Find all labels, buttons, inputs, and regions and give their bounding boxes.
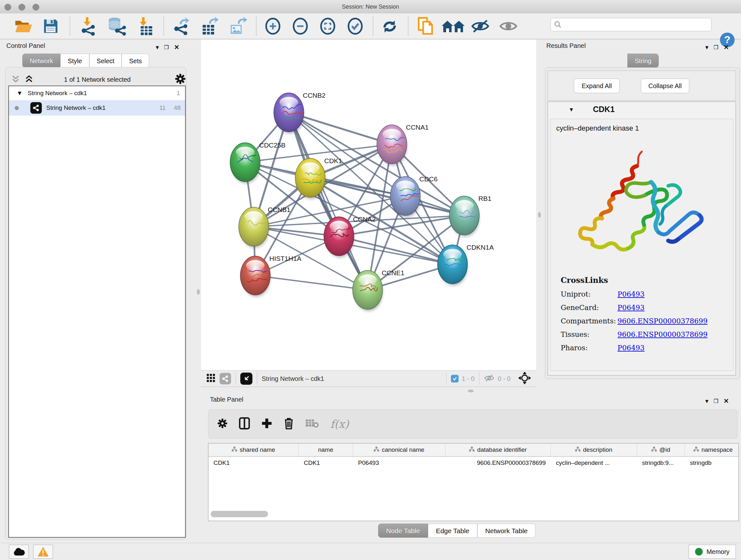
save-session-button[interactable] (40, 16, 61, 37)
network-thumbnail-icon[interactable] (219, 373, 231, 384)
show-columns-icon[interactable] (239, 417, 250, 431)
network-collection-row[interactable]: ▼ String Network – cdk1 1 (9, 86, 185, 100)
maximize-panel-icon[interactable]: ❒ (714, 44, 718, 51)
tab-sets[interactable]: Sets (122, 54, 149, 68)
tree-column-icon (651, 446, 657, 453)
column-header-namespace[interactable]: namespace (685, 443, 739, 456)
export-network-button[interactable] (171, 16, 192, 37)
table-cell[interactable]: stringdb:9... (637, 456, 685, 469)
eye-button[interactable] (498, 16, 519, 37)
tab-select[interactable]: Select (89, 54, 122, 68)
section-collapse-triangle-icon[interactable]: ▼ (569, 107, 574, 113)
export-table-button[interactable] (199, 16, 220, 37)
collapse-all-networks-icon[interactable] (11, 75, 20, 85)
expand-all-networks-icon[interactable] (24, 75, 34, 85)
crosslink-label: Uniprot: (561, 290, 617, 298)
network-graph[interactable]: CCNB2CCNA1CDC25BCDK1CDC6RB1CCNB1CCNA2CDK… (201, 40, 536, 370)
horizontal-splitter-grip[interactable] (468, 389, 474, 392)
import-network-file-button[interactable] (78, 16, 99, 37)
network-node[interactable]: CDKN1A (437, 244, 494, 286)
maximize-panel-icon[interactable]: ❒ (714, 398, 718, 405)
column-header--id[interactable]: @id (637, 443, 685, 456)
column-header-database-identifier[interactable]: database identifier (446, 443, 551, 456)
import-table-icon (136, 17, 153, 36)
network-node[interactable]: HIST1H1A (240, 255, 301, 297)
zoom-selected-button[interactable] (345, 16, 366, 37)
import-table-file-button[interactable] (134, 16, 155, 37)
birdseye-navigator-icon[interactable] (518, 371, 532, 386)
delete-table-icon[interactable] (306, 419, 319, 429)
function-builder-icon[interactable]: f(x) (330, 418, 349, 430)
expand-all-button[interactable]: Expand All (574, 78, 620, 93)
zoom-fit-icon (320, 17, 336, 35)
close-panel-icon[interactable]: ✕ (174, 44, 179, 51)
documents-button[interactable] (415, 16, 436, 37)
apply-layout-button[interactable] (379, 16, 400, 37)
table-cell[interactable]: 9606.ENSP00000378699 (446, 456, 551, 469)
crosslink-link[interactable]: 9606.ENSP00000378699 (617, 330, 708, 338)
zoom-in-button[interactable] (262, 16, 283, 37)
collapse-triangle-icon[interactable]: ▼ (17, 90, 23, 97)
column-header-description[interactable]: description (551, 443, 637, 456)
maximize-panel-icon[interactable]: ❒ (164, 44, 169, 51)
crosslink-link[interactable]: P06493 (617, 344, 645, 352)
zoom-out-button[interactable] (290, 16, 311, 37)
network-edge[interactable] (289, 112, 367, 290)
warning-status-button[interactable] (33, 545, 53, 559)
tab-edge-table[interactable]: Edge Table (428, 523, 477, 538)
float-panel-icon[interactable]: ▾ (156, 44, 159, 51)
close-panel-icon[interactable]: ✕ (724, 44, 729, 51)
table-cell[interactable]: P06493 (353, 456, 446, 469)
tab-string[interactable]: String (627, 54, 659, 68)
network-edge[interactable] (289, 112, 392, 144)
close-panel-icon[interactable]: ✕ (724, 397, 729, 405)
float-panel-icon[interactable]: ▾ (705, 44, 709, 51)
column-header-canonical-name[interactable]: canonical name (353, 443, 446, 456)
vertical-splitter-grip[interactable] (538, 212, 541, 218)
hidden-eye-icon[interactable] (484, 374, 495, 383)
network-node[interactable]: RB1 (449, 195, 491, 237)
vertical-splitter-grip[interactable] (197, 289, 200, 295)
open-session-button[interactable] (13, 16, 34, 37)
collapse-all-button[interactable]: Collapse All (641, 78, 689, 93)
column-header-shared-name[interactable]: shared name (208, 443, 299, 456)
database-network-icon (106, 17, 127, 36)
network-node[interactable]: CCNB2 (274, 91, 326, 133)
table-settings-gear-icon[interactable] (217, 418, 227, 430)
network-node[interactable]: CCNA1 (377, 124, 428, 165)
table-cell[interactable]: cyclin–dependent ... (551, 456, 637, 469)
tab-network[interactable]: Network (22, 54, 60, 68)
cloud-status-button[interactable] (9, 545, 29, 559)
network-node[interactable]: CCNE1 (353, 269, 404, 311)
crosslink-link[interactable]: P06493 (617, 304, 645, 312)
table-cell[interactable]: stringdb (685, 456, 739, 469)
table-tabs: Node Table Edge Table Network Table (378, 523, 536, 538)
table-cell[interactable]: CDK1 (208, 456, 299, 469)
crosslink-row: Uniprot:P06493 (561, 290, 733, 298)
network-options-gear-icon[interactable] (175, 73, 186, 85)
eye-strikethrough-button[interactable] (470, 16, 491, 37)
selected-checkbox-icon[interactable] (451, 375, 459, 382)
table-row[interactable]: CDK1CDK1P064939606.ENSP00000378699cyclin… (208, 456, 738, 469)
zoom-fit-button[interactable] (317, 16, 338, 37)
network-edge[interactable] (255, 275, 367, 290)
export-image-button[interactable] (227, 16, 248, 37)
grid-view-icon[interactable] (207, 374, 215, 383)
delete-column-icon[interactable] (284, 417, 294, 431)
search-input[interactable] (550, 18, 712, 31)
table-cell[interactable]: CDK1 (299, 456, 353, 469)
import-network-database-button[interactable] (106, 16, 127, 37)
detach-view-icon[interactable] (240, 373, 253, 385)
memory-button[interactable]: Memory (689, 545, 736, 559)
add-column-icon[interactable] (261, 418, 272, 430)
crosslink-link[interactable]: P06493 (617, 290, 645, 298)
horizontal-scrollbar-thumb[interactable] (211, 511, 268, 517)
crosslink-link[interactable]: 9606.ENSP00000378699 (617, 317, 708, 325)
houses-button[interactable] (440, 16, 467, 37)
tab-network-table[interactable]: Network Table (477, 523, 536, 538)
column-header-name[interactable]: name (299, 443, 353, 456)
network-row-selected[interactable]: String Network – cdk1 11 48 (9, 100, 185, 116)
float-panel-icon[interactable]: ▾ (705, 397, 709, 405)
tab-style[interactable]: Style (60, 54, 89, 68)
tab-node-table[interactable]: Node Table (378, 523, 428, 538)
